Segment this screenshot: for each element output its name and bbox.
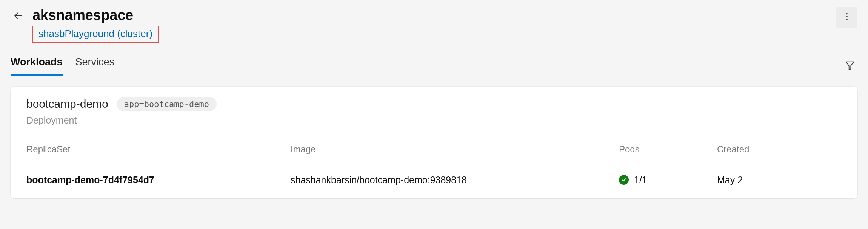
workload-card: bootcamp-demo app=bootcamp-demo Deployme… xyxy=(11,87,857,198)
svg-marker-4 xyxy=(846,62,854,70)
created-value: May 2 xyxy=(717,175,842,186)
cluster-breadcrumb-link[interactable]: shasbPlayground (cluster) xyxy=(38,28,152,39)
more-actions-button[interactable] xyxy=(836,7,857,28)
back-button[interactable] xyxy=(11,9,26,24)
workload-name[interactable]: bootcamp-demo xyxy=(26,97,108,110)
table-header: ReplicaSet Image Pods Created xyxy=(26,144,842,163)
kebab-menu-icon xyxy=(842,12,852,23)
table-row[interactable]: bootcamp-demo-7d4f7954d7 shashankbarsin/… xyxy=(26,163,842,198)
workload-kind: Deployment xyxy=(26,115,842,126)
col-replicaset: ReplicaSet xyxy=(26,144,291,155)
col-created: Created xyxy=(717,144,842,155)
col-image: Image xyxy=(291,144,619,155)
filter-button[interactable] xyxy=(842,59,857,74)
page-title: aksnamespace xyxy=(32,7,159,24)
filter-icon xyxy=(845,60,855,72)
breadcrumb-highlight: shasbPlayground (cluster) xyxy=(32,26,159,43)
col-pods: Pods xyxy=(619,144,717,155)
tab-workloads[interactable]: Workloads xyxy=(11,56,63,76)
workload-label-pill: app=bootcamp-demo xyxy=(117,97,217,111)
arrow-left-icon xyxy=(13,11,23,22)
replicaset-name: bootcamp-demo-7d4f7954d7 xyxy=(26,175,291,186)
pods-value: 1/1 xyxy=(634,175,647,186)
tab-services[interactable]: Services xyxy=(75,56,115,76)
svg-point-2 xyxy=(846,16,848,17)
tabs: Workloads Services xyxy=(11,56,114,76)
svg-point-3 xyxy=(846,19,848,20)
svg-point-1 xyxy=(846,13,848,14)
status-success-icon xyxy=(619,175,629,185)
image-value: shashankbarsin/bootcamp-demo:9389818 xyxy=(291,175,619,186)
